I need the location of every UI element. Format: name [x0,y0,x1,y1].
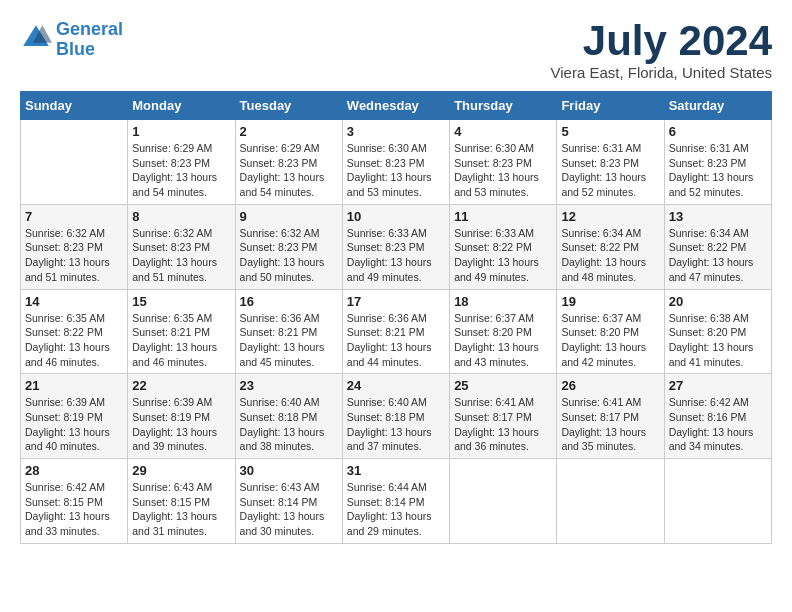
header-friday: Friday [557,92,664,120]
day-number: 21 [25,378,123,393]
week-row-4: 28Sunrise: 6:42 AM Sunset: 8:15 PM Dayli… [21,459,772,544]
day-info: Sunrise: 6:38 AM Sunset: 8:20 PM Dayligh… [669,311,767,370]
day-number: 25 [454,378,552,393]
calendar-cell: 26Sunrise: 6:41 AM Sunset: 8:17 PM Dayli… [557,374,664,459]
logo: General Blue [20,20,123,60]
calendar-cell: 1Sunrise: 6:29 AM Sunset: 8:23 PM Daylig… [128,120,235,205]
header-wednesday: Wednesday [342,92,449,120]
calendar-cell: 8Sunrise: 6:32 AM Sunset: 8:23 PM Daylig… [128,204,235,289]
calendar-cell: 6Sunrise: 6:31 AM Sunset: 8:23 PM Daylig… [664,120,771,205]
calendar-cell: 28Sunrise: 6:42 AM Sunset: 8:15 PM Dayli… [21,459,128,544]
calendar-cell: 10Sunrise: 6:33 AM Sunset: 8:23 PM Dayli… [342,204,449,289]
day-info: Sunrise: 6:34 AM Sunset: 8:22 PM Dayligh… [669,226,767,285]
day-info: Sunrise: 6:35 AM Sunset: 8:21 PM Dayligh… [132,311,230,370]
header-sunday: Sunday [21,92,128,120]
calendar-cell: 23Sunrise: 6:40 AM Sunset: 8:18 PM Dayli… [235,374,342,459]
day-number: 24 [347,378,445,393]
calendar-cell [21,120,128,205]
logo-text: General Blue [56,20,123,60]
day-number: 10 [347,209,445,224]
day-info: Sunrise: 6:40 AM Sunset: 8:18 PM Dayligh… [240,395,338,454]
month-title: July 2024 [551,20,773,62]
calendar-cell: 12Sunrise: 6:34 AM Sunset: 8:22 PM Dayli… [557,204,664,289]
day-number: 19 [561,294,659,309]
calendar-cell: 15Sunrise: 6:35 AM Sunset: 8:21 PM Dayli… [128,289,235,374]
calendar-cell: 18Sunrise: 6:37 AM Sunset: 8:20 PM Dayli… [450,289,557,374]
week-row-2: 14Sunrise: 6:35 AM Sunset: 8:22 PM Dayli… [21,289,772,374]
calendar-cell: 31Sunrise: 6:44 AM Sunset: 8:14 PM Dayli… [342,459,449,544]
calendar-cell: 19Sunrise: 6:37 AM Sunset: 8:20 PM Dayli… [557,289,664,374]
page-header: General Blue July 2024 Viera East, Flori… [20,20,772,81]
day-number: 16 [240,294,338,309]
day-number: 26 [561,378,659,393]
calendar-cell: 20Sunrise: 6:38 AM Sunset: 8:20 PM Dayli… [664,289,771,374]
day-info: Sunrise: 6:35 AM Sunset: 8:22 PM Dayligh… [25,311,123,370]
calendar-cell: 11Sunrise: 6:33 AM Sunset: 8:22 PM Dayli… [450,204,557,289]
day-number: 17 [347,294,445,309]
day-number: 20 [669,294,767,309]
day-info: Sunrise: 6:32 AM Sunset: 8:23 PM Dayligh… [132,226,230,285]
day-info: Sunrise: 6:39 AM Sunset: 8:19 PM Dayligh… [25,395,123,454]
header-saturday: Saturday [664,92,771,120]
day-info: Sunrise: 6:43 AM Sunset: 8:15 PM Dayligh… [132,480,230,539]
day-number: 2 [240,124,338,139]
day-number: 31 [347,463,445,478]
calendar-header: SundayMondayTuesdayWednesdayThursdayFrid… [21,92,772,120]
day-info: Sunrise: 6:33 AM Sunset: 8:23 PM Dayligh… [347,226,445,285]
calendar-cell [664,459,771,544]
day-info: Sunrise: 6:41 AM Sunset: 8:17 PM Dayligh… [454,395,552,454]
day-number: 22 [132,378,230,393]
logo-icon [20,22,52,54]
calendar-cell: 30Sunrise: 6:43 AM Sunset: 8:14 PM Dayli… [235,459,342,544]
week-row-1: 7Sunrise: 6:32 AM Sunset: 8:23 PM Daylig… [21,204,772,289]
calendar-cell: 9Sunrise: 6:32 AM Sunset: 8:23 PM Daylig… [235,204,342,289]
day-number: 4 [454,124,552,139]
day-info: Sunrise: 6:39 AM Sunset: 8:19 PM Dayligh… [132,395,230,454]
day-number: 23 [240,378,338,393]
day-info: Sunrise: 6:31 AM Sunset: 8:23 PM Dayligh… [561,141,659,200]
day-number: 13 [669,209,767,224]
logo-line1: General [56,19,123,39]
day-info: Sunrise: 6:44 AM Sunset: 8:14 PM Dayligh… [347,480,445,539]
day-info: Sunrise: 6:40 AM Sunset: 8:18 PM Dayligh… [347,395,445,454]
day-info: Sunrise: 6:42 AM Sunset: 8:16 PM Dayligh… [669,395,767,454]
day-number: 9 [240,209,338,224]
week-row-3: 21Sunrise: 6:39 AM Sunset: 8:19 PM Dayli… [21,374,772,459]
day-number: 12 [561,209,659,224]
header-thursday: Thursday [450,92,557,120]
day-info: Sunrise: 6:29 AM Sunset: 8:23 PM Dayligh… [132,141,230,200]
calendar-cell: 5Sunrise: 6:31 AM Sunset: 8:23 PM Daylig… [557,120,664,205]
calendar-cell: 2Sunrise: 6:29 AM Sunset: 8:23 PM Daylig… [235,120,342,205]
day-info: Sunrise: 6:37 AM Sunset: 8:20 PM Dayligh… [561,311,659,370]
logo-line2: Blue [56,39,95,59]
day-info: Sunrise: 6:33 AM Sunset: 8:22 PM Dayligh… [454,226,552,285]
day-number: 29 [132,463,230,478]
calendar-cell: 25Sunrise: 6:41 AM Sunset: 8:17 PM Dayli… [450,374,557,459]
day-info: Sunrise: 6:32 AM Sunset: 8:23 PM Dayligh… [25,226,123,285]
day-info: Sunrise: 6:43 AM Sunset: 8:14 PM Dayligh… [240,480,338,539]
calendar-cell: 3Sunrise: 6:30 AM Sunset: 8:23 PM Daylig… [342,120,449,205]
day-number: 8 [132,209,230,224]
title-section: July 2024 Viera East, Florida, United St… [551,20,773,81]
day-info: Sunrise: 6:37 AM Sunset: 8:20 PM Dayligh… [454,311,552,370]
day-info: Sunrise: 6:32 AM Sunset: 8:23 PM Dayligh… [240,226,338,285]
day-number: 11 [454,209,552,224]
location: Viera East, Florida, United States [551,64,773,81]
day-number: 6 [669,124,767,139]
calendar-table: SundayMondayTuesdayWednesdayThursdayFrid… [20,91,772,544]
header-row: SundayMondayTuesdayWednesdayThursdayFrid… [21,92,772,120]
day-info: Sunrise: 6:29 AM Sunset: 8:23 PM Dayligh… [240,141,338,200]
calendar-cell: 24Sunrise: 6:40 AM Sunset: 8:18 PM Dayli… [342,374,449,459]
calendar-cell: 7Sunrise: 6:32 AM Sunset: 8:23 PM Daylig… [21,204,128,289]
day-info: Sunrise: 6:42 AM Sunset: 8:15 PM Dayligh… [25,480,123,539]
day-info: Sunrise: 6:36 AM Sunset: 8:21 PM Dayligh… [240,311,338,370]
day-number: 3 [347,124,445,139]
calendar-cell: 17Sunrise: 6:36 AM Sunset: 8:21 PM Dayli… [342,289,449,374]
calendar-body: 1Sunrise: 6:29 AM Sunset: 8:23 PM Daylig… [21,120,772,544]
week-row-0: 1Sunrise: 6:29 AM Sunset: 8:23 PM Daylig… [21,120,772,205]
calendar-cell: 4Sunrise: 6:30 AM Sunset: 8:23 PM Daylig… [450,120,557,205]
day-number: 18 [454,294,552,309]
calendar-cell: 21Sunrise: 6:39 AM Sunset: 8:19 PM Dayli… [21,374,128,459]
calendar-cell [450,459,557,544]
day-number: 30 [240,463,338,478]
